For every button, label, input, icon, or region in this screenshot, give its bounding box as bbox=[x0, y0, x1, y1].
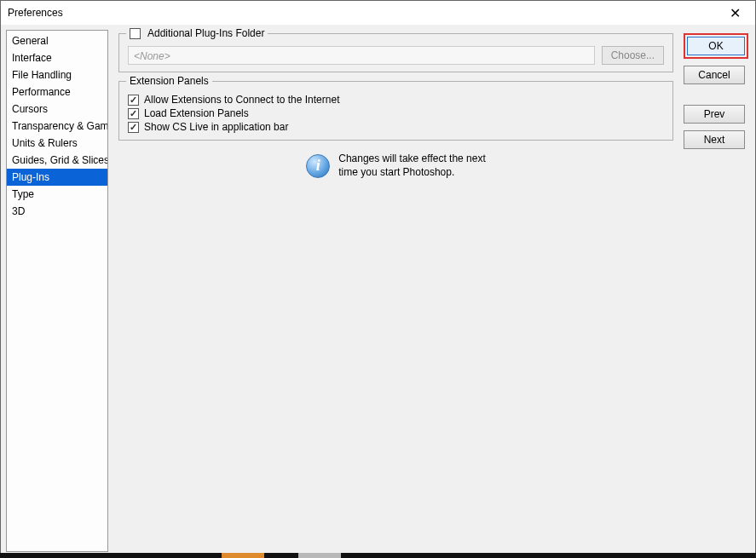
extension-panels-legend-label: Extension Panels bbox=[130, 75, 209, 87]
sidebar-item-type[interactable]: Type bbox=[7, 186, 107, 203]
sidebar-item-plug-ins[interactable]: Plug-Ins bbox=[7, 169, 107, 186]
category-sidebar: General Interface File Handling Performa… bbox=[6, 30, 108, 552]
sidebar-item-performance[interactable]: Performance bbox=[7, 83, 107, 101]
option-load-extension-panels[interactable]: Load Extension Panels bbox=[128, 107, 664, 119]
settings-panel: Additional Plug-Ins Folder <None> Choose… bbox=[113, 30, 678, 552]
sidebar-item-cursors[interactable]: Cursors bbox=[7, 101, 107, 118]
option-show-cs-live[interactable]: Show CS Live in application bar bbox=[128, 121, 664, 133]
extension-panels-legend: Extension Panels bbox=[126, 75, 212, 87]
sidebar-item-3d[interactable]: 3D bbox=[7, 203, 107, 220]
sidebar-item-units-rulers[interactable]: Units & Rulers bbox=[7, 135, 107, 152]
choose-folder-button[interactable]: Choose... bbox=[602, 46, 664, 65]
checkbox-allow-internet[interactable] bbox=[128, 95, 139, 106]
ok-button-highlight: OK bbox=[684, 33, 748, 59]
additional-plugins-path-field: <None> bbox=[128, 46, 595, 65]
additional-plugins-legend-label: Additional Plug-Ins Folder bbox=[147, 27, 264, 39]
additional-plugins-group: Additional Plug-Ins Folder <None> Choose… bbox=[118, 33, 673, 72]
close-icon[interactable]: ✕ bbox=[719, 3, 750, 22]
dialog-buttons: OK Cancel Prev Next bbox=[684, 30, 750, 552]
info-message-row: i Changes will take effect the next time… bbox=[118, 152, 673, 179]
additional-plugins-legend: Additional Plug-Ins Folder bbox=[126, 27, 268, 39]
ok-button[interactable]: OK bbox=[687, 37, 745, 55]
sidebar-item-transparency-gamut[interactable]: Transparency & Gamut bbox=[7, 118, 107, 135]
taskbar-sliver bbox=[0, 553, 756, 558]
info-line1: Changes will take effect the next bbox=[338, 152, 486, 166]
cancel-button[interactable]: Cancel bbox=[684, 66, 745, 84]
preferences-window: Preferences ✕ General Interface File Han… bbox=[0, 0, 756, 558]
info-icon: i bbox=[306, 154, 330, 178]
dialog-body: General Interface File Handling Performa… bbox=[1, 25, 755, 557]
info-message-text: Changes will take effect the next time y… bbox=[338, 152, 486, 179]
label-allow-internet: Allow Extensions to Connect to the Inter… bbox=[144, 94, 339, 106]
prev-button[interactable]: Prev bbox=[684, 105, 745, 124]
label-load-extension-panels: Load Extension Panels bbox=[144, 107, 249, 119]
window-title: Preferences bbox=[8, 7, 719, 19]
info-line2: time you start Photoshop. bbox=[338, 166, 486, 180]
checkbox-show-cs-live[interactable] bbox=[128, 122, 139, 133]
label-show-cs-live: Show CS Live in application bar bbox=[144, 121, 288, 133]
next-button[interactable]: Next bbox=[684, 130, 745, 149]
sidebar-item-file-handling[interactable]: File Handling bbox=[7, 66, 107, 83]
sidebar-item-interface[interactable]: Interface bbox=[7, 49, 107, 66]
additional-plugins-checkbox[interactable] bbox=[130, 28, 141, 39]
checkbox-load-extension-panels[interactable] bbox=[128, 108, 139, 119]
extension-panels-group: Extension Panels Allow Extensions to Con… bbox=[118, 81, 673, 141]
titlebar: Preferences ✕ bbox=[1, 1, 755, 25]
sidebar-item-guides-grid-slices[interactable]: Guides, Grid & Slices bbox=[7, 152, 107, 169]
sidebar-item-general[interactable]: General bbox=[7, 32, 107, 49]
option-allow-internet[interactable]: Allow Extensions to Connect to the Inter… bbox=[128, 94, 664, 106]
